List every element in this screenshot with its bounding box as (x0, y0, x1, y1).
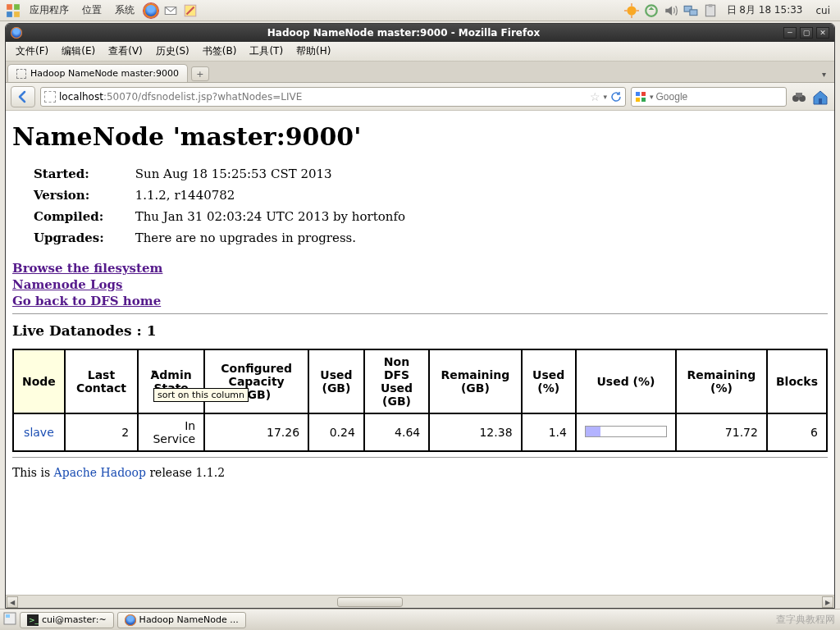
clock[interactable]: 日 8月 18 15:33 (720, 3, 810, 17)
th-nondfs-used[interactable]: Non DFS Used (GB) (364, 349, 429, 413)
value-version: 1.1.2, r1440782 (130, 185, 410, 205)
search-engine-dropdown-icon[interactable]: ▾ (650, 93, 654, 101)
url-host: localhost (59, 91, 103, 103)
menu-system[interactable]: 系统 (108, 3, 141, 17)
menu-edit[interactable]: 编辑(E) (55, 44, 102, 58)
link-namenode-logs[interactable]: Namenode Logs (12, 277, 828, 292)
new-tab-button[interactable]: + (191, 66, 209, 81)
volume-icon[interactable] (664, 3, 678, 18)
task-terminal[interactable]: >_ cui@master:~ (20, 612, 114, 628)
svg-rect-1 (14, 4, 20, 10)
mail-launcher-icon[interactable] (163, 3, 178, 18)
notes-launcher-icon[interactable] (183, 3, 198, 18)
th-blocks[interactable]: Blocks (767, 349, 827, 413)
browser-tab[interactable]: Hadoop NameNode master:9000 (7, 64, 188, 82)
tabs-dropdown-icon[interactable]: ▾ (819, 66, 829, 82)
menu-tools[interactable]: 工具(T) (243, 44, 290, 58)
window-titlebar[interactable]: Hadoop NameNode master:9000 - Mozilla Fi… (6, 24, 834, 42)
maximize-button[interactable]: ▢ (800, 27, 813, 39)
cell-used-pct: 1.4 (522, 413, 576, 451)
bookmark-star-icon[interactable]: ☆ (590, 90, 600, 103)
menu-applications[interactable]: 应用程序 (23, 3, 75, 17)
svg-rect-21 (796, 93, 802, 97)
cell-used-bar (576, 413, 676, 451)
cell-used: 0.24 (308, 413, 364, 451)
svg-rect-0 (7, 4, 12, 10)
label-compiled: Compiled: (29, 207, 129, 226)
cell-admin-state: In Service (138, 413, 204, 451)
tab-title: Hadoop NameNode master:9000 (30, 68, 179, 79)
link-apache-hadoop[interactable]: Apache Hadoop (54, 466, 146, 479)
svg-rect-17 (636, 98, 640, 102)
binoculars-icon[interactable] (792, 89, 806, 104)
menu-view[interactable]: 查看(V) (102, 44, 149, 58)
sort-tooltip: sort on this column (153, 388, 249, 402)
gnome-bottom-panel: >_ cui@master:~ Hadoop NameNode ... (0, 609, 840, 630)
menu-bookmarks[interactable]: 书签(B) (196, 44, 244, 58)
network-icon[interactable] (683, 3, 698, 18)
menu-places[interactable]: 位置 (75, 3, 108, 17)
close-button[interactable]: ✕ (816, 27, 829, 39)
horizontal-scrollbar[interactable]: ◀ ▶ (6, 595, 834, 608)
th-used-bar[interactable]: Used (%) (576, 349, 676, 413)
th-used-pct[interactable]: Used (%) (522, 349, 576, 413)
home-button[interactable] (811, 88, 829, 106)
th-admin-state[interactable]: Admin State (138, 349, 204, 413)
firefox-window: Hadoop NameNode master:9000 - Mozilla Fi… (5, 23, 835, 609)
th-remaining-pct[interactable]: Remaining (%) (676, 349, 767, 413)
cell-nondfs: 4.64 (364, 413, 429, 451)
divider (12, 457, 828, 458)
th-remaining-gb[interactable]: Remaining (GB) (429, 349, 521, 413)
th-used-gb[interactable]: Used (GB) (308, 349, 364, 413)
scroll-right-icon[interactable]: ▶ (822, 596, 833, 608)
user-menu[interactable]: cui (809, 5, 837, 16)
cell-configured: 17.26 (204, 413, 308, 451)
clipboard-icon[interactable] (703, 3, 718, 18)
scroll-thumb[interactable] (337, 597, 403, 607)
th-node[interactable]: Node (13, 349, 65, 413)
scroll-left-icon[interactable]: ◀ (7, 596, 18, 608)
svg-rect-12 (689, 9, 696, 15)
google-icon (635, 91, 646, 103)
th-last-contact[interactable]: Last Contact (65, 349, 138, 413)
svg-point-10 (646, 5, 657, 16)
updates-icon[interactable] (644, 3, 659, 18)
page-content: NameNode 'master:9000' Started:Sun Aug 1… (6, 111, 834, 595)
th-configured-capacity[interactable]: Configured Capacity (GB) (204, 349, 308, 413)
menu-file[interactable]: 文件(F) (9, 44, 55, 58)
svg-rect-15 (636, 92, 640, 96)
tab-strip: Hadoop NameNode master:9000 + ▾ (6, 62, 834, 83)
firefox-launcher-icon[interactable] (144, 3, 158, 18)
menu-help[interactable]: 帮助(H) (290, 44, 337, 58)
gnome-top-panel: 应用程序 位置 系统 日 8月 18 15:33 cui (0, 0, 840, 21)
nav-toolbar: localhost:50070/dfsnodelist.jsp?whatNode… (6, 83, 834, 111)
back-button[interactable] (11, 86, 35, 107)
divider (12, 313, 828, 314)
search-input[interactable] (656, 91, 783, 103)
minimize-button[interactable]: ─ (783, 27, 797, 39)
reload-icon[interactable] (610, 91, 622, 103)
weather-icon[interactable] (624, 3, 639, 18)
search-bar[interactable]: ▾ (631, 87, 787, 107)
datanodes-table: Node Last Contact Admin State Configured… (12, 349, 828, 452)
link-browse-fs[interactable]: Browse the filesystem (12, 261, 828, 276)
value-compiled: Thu Jan 31 02:03:24 UTC 2013 by hortonfo (130, 207, 410, 226)
value-started: Sun Aug 18 15:25:53 CST 2013 (130, 164, 410, 184)
label-version: Version: (29, 185, 129, 205)
footer-text: This is Apache Hadoop release 1.1.2 (12, 466, 828, 479)
link-dfs-home[interactable]: Go back to DFS home (12, 294, 828, 308)
gnome-menu-icon[interactable] (6, 3, 21, 18)
table-header-row: Node Last Contact Admin State Configured… (13, 349, 827, 413)
show-desktop-icon[interactable] (3, 612, 16, 628)
cell-remaining: 12.38 (429, 413, 521, 451)
svg-text:>_: >_ (29, 616, 39, 624)
value-upgrades: There are no upgrades in progress. (130, 228, 410, 248)
task-firefox[interactable]: Hadoop NameNode ... (117, 612, 246, 628)
node-link[interactable]: slave (24, 426, 54, 439)
svg-rect-24 (6, 614, 10, 618)
url-dropdown-icon[interactable]: ▾ (603, 93, 607, 101)
url-path: :50070/dfsnodelist.jsp?whatNodes=LIVE (103, 91, 302, 103)
menu-history[interactable]: 历史(S) (149, 44, 196, 58)
svg-rect-16 (641, 92, 646, 96)
url-bar[interactable]: localhost:50070/dfsnodelist.jsp?whatNode… (40, 87, 626, 107)
